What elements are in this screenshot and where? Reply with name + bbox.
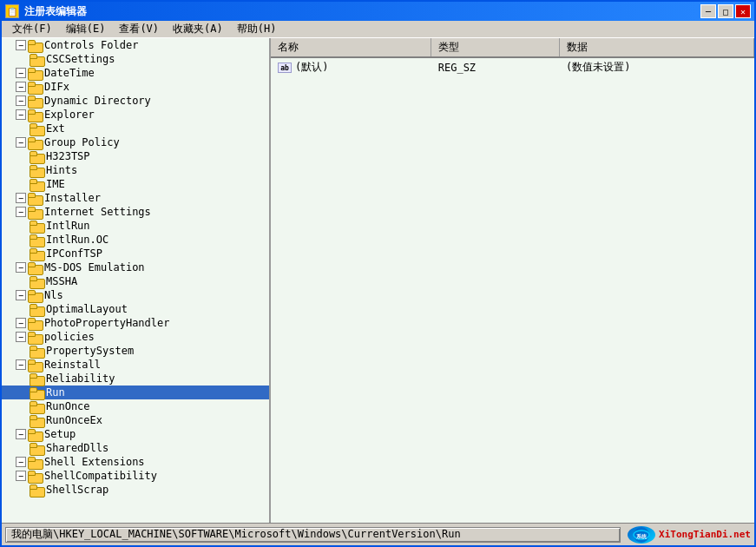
table-row[interactable]: ab(默认)REG_SZ(数值未设置) <box>271 57 754 76</box>
tree-item[interactable]: Ext <box>2 122 269 135</box>
tree-item[interactable]: CSCSettings <box>2 52 269 66</box>
minimize-button[interactable]: ─ <box>700 4 716 18</box>
tree-item[interactable]: −Installer <box>2 191 269 205</box>
tree-item-label: Run <box>46 386 65 399</box>
tree-item[interactable]: H323TSP <box>2 149 269 163</box>
menu-edit[interactable]: 编辑(E) <box>59 20 113 38</box>
folder-icon <box>30 234 43 246</box>
tree-item-label: DateTime <box>44 67 95 79</box>
collapse-icon[interactable]: − <box>16 359 26 370</box>
registry-table: 名称 类型 数据 ab(默认)REG_SZ(数值未设置) <box>271 38 754 76</box>
expand-icon[interactable] <box>16 234 28 245</box>
expand-icon[interactable] <box>16 151 28 161</box>
tree-item-label: RunOnceEx <box>46 414 102 426</box>
tree-item[interactable]: −Shell Extensions <box>2 455 269 469</box>
window-title: 注册表编辑器 <box>24 4 87 19</box>
close-button[interactable]: ✕ <box>735 4 751 18</box>
expand-icon[interactable] <box>16 123 28 134</box>
expand-icon[interactable] <box>16 221 28 231</box>
collapse-icon[interactable]: − <box>16 332 26 342</box>
expand-icon[interactable] <box>16 373 28 384</box>
tree-item[interactable]: −policies <box>2 330 269 344</box>
tree-item[interactable]: IntlRun.OC <box>2 233 269 247</box>
tree-item[interactable]: −Reinstall <box>2 358 269 372</box>
tree-pane[interactable]: −Controls FolderCSCSettings−DateTime−DIF… <box>2 38 271 523</box>
tree-item[interactable]: −PhotoPropertyHandler <box>2 316 269 330</box>
tree-item[interactable]: PropertySystem <box>2 344 269 358</box>
menu-file[interactable]: 文件(F) <box>5 20 59 38</box>
folder-icon <box>28 261 42 274</box>
menu-help[interactable]: 帮助(H) <box>230 20 284 38</box>
tree-item[interactable]: −Dynamic Directory <box>2 94 269 108</box>
expand-icon[interactable] <box>16 401 28 412</box>
expand-icon[interactable] <box>16 165 28 175</box>
tree-item[interactable]: IPConfTSP <box>2 247 269 260</box>
tree-item-label: Reliability <box>46 372 115 385</box>
expand-icon[interactable] <box>16 484 28 495</box>
reg-value-icon: ab <box>278 63 292 73</box>
tree-item[interactable]: −DateTime <box>2 66 269 80</box>
tree-item[interactable]: OptimalLayout <box>2 302 269 316</box>
tree-item[interactable]: Reliability <box>2 372 269 386</box>
folder-icon <box>30 414 43 426</box>
expand-icon[interactable] <box>16 304 28 314</box>
tree-item-label: Reinstall <box>44 359 101 371</box>
folder-icon <box>30 345 43 357</box>
folder-icon <box>28 428 42 440</box>
expand-icon[interactable] <box>16 346 28 356</box>
tree-item[interactable]: IntlRun <box>2 219 269 233</box>
tree-item[interactable]: −Internet Settings <box>2 205 269 219</box>
tree-item-label: IntlRun <box>46 220 90 232</box>
tree-item[interactable]: −MS-DOS Emulation <box>2 260 269 274</box>
expand-icon[interactable] <box>16 415 28 425</box>
tree-item[interactable]: SharedDlls <box>2 441 269 455</box>
tree-item[interactable]: −Controls Folder <box>2 38 269 52</box>
collapse-icon[interactable]: − <box>16 457 26 467</box>
tree-item[interactable]: −Group Policy <box>2 135 269 149</box>
tree-item[interactable]: −Nls <box>2 288 269 302</box>
tree-item[interactable]: MSSHA <box>2 274 269 288</box>
collapse-icon[interactable]: − <box>16 109 26 120</box>
expand-icon[interactable] <box>16 54 28 64</box>
menu-view[interactable]: 查看(V) <box>112 20 166 38</box>
logo-area: 系统 XiTongTianDi.net <box>628 526 751 544</box>
tree-item[interactable]: RunOnceEx <box>2 413 269 427</box>
tree-container: −Controls FolderCSCSettings−DateTime−DIF… <box>2 38 269 497</box>
tree-item[interactable]: −Explorer <box>2 108 269 122</box>
tree-item-label: IntlRun.OC <box>46 234 108 246</box>
expand-icon[interactable] <box>16 443 28 453</box>
collapse-icon[interactable]: − <box>16 193 26 203</box>
right-pane[interactable]: 名称 类型 数据 ab(默认)REG_SZ(数值未设置) <box>271 38 754 523</box>
maximize-button[interactable]: □ <box>718 4 733 18</box>
tree-item[interactable]: −ShellCompatibility <box>2 469 269 483</box>
tree-item[interactable]: Run <box>2 386 269 399</box>
tree-item[interactable]: Hints <box>2 163 269 177</box>
collapse-icon[interactable]: − <box>16 137 26 148</box>
tree-item[interactable]: −Setup <box>2 427 269 441</box>
collapse-icon[interactable]: − <box>16 68 26 78</box>
collapse-icon[interactable]: − <box>16 429 26 439</box>
collapse-icon[interactable]: − <box>16 207 26 217</box>
expand-icon[interactable] <box>16 248 28 259</box>
collapse-icon[interactable]: − <box>16 318 26 328</box>
collapse-icon[interactable]: − <box>16 82 26 92</box>
tree-item[interactable]: ShellScrap <box>2 483 269 497</box>
menu-favorites[interactable]: 收藏夹(A) <box>166 20 230 38</box>
folder-icon <box>28 289 42 301</box>
tree-item[interactable]: IME <box>2 177 269 191</box>
collapse-icon[interactable]: − <box>16 290 26 300</box>
tree-item-label: Internet Settings <box>44 206 151 218</box>
tree-item-label: Group Policy <box>44 136 120 148</box>
collapse-icon[interactable]: − <box>16 40 26 50</box>
tree-item[interactable]: −DIFx <box>2 80 269 94</box>
tree-item[interactable]: RunOnce <box>2 399 269 413</box>
expand-icon[interactable] <box>16 179 28 189</box>
collapse-icon[interactable]: − <box>16 471 26 481</box>
tree-item-label: Nls <box>44 289 63 301</box>
collapse-icon[interactable]: − <box>16 262 26 273</box>
collapse-icon[interactable]: − <box>16 96 26 106</box>
expand-icon[interactable] <box>16 276 28 287</box>
tree-item-label: Explorer <box>44 109 95 121</box>
expand-icon[interactable] <box>16 387 28 398</box>
folder-icon <box>30 164 43 176</box>
